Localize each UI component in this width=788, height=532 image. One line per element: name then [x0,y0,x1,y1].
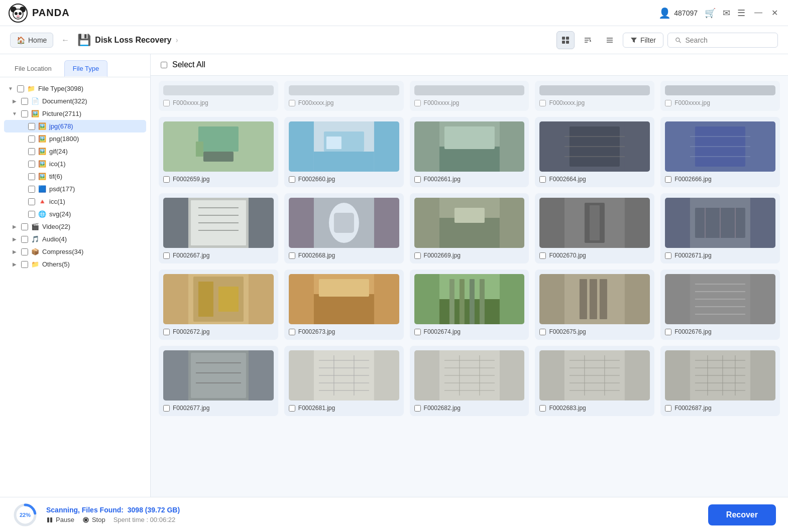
file-checkbox[interactable] [539,100,546,106]
file-checkbox[interactable] [665,176,671,183]
file-checkbox[interactable] [414,176,421,183]
checkbox-gif[interactable] [28,148,35,155]
file-card[interactable]: F000xxxx.jpg [410,81,529,111]
close-button[interactable]: ✕ [769,6,780,20]
cart-icon[interactable]: 🛒 [705,8,716,19]
checkbox-audio[interactable] [21,236,28,243]
file-card[interactable]: F0002659.jpg [159,117,278,187]
sidebar-item-picture[interactable]: ▼ 🖼️ Picture(2711) [4,107,146,120]
file-checkbox[interactable] [665,252,671,259]
file-checkbox[interactable] [539,329,546,335]
file-checkbox[interactable] [665,329,671,335]
sidebar-item-video[interactable]: ▶ 🎬 Video(22) [4,220,146,233]
file-card[interactable]: F000xxxx.jpg [159,81,278,111]
list-view-button[interactable] [601,31,619,49]
file-card[interactable]: F0002672.jpg [159,270,278,340]
file-card[interactable]: F0002681.jpg [284,346,404,416]
sidebar-item-tif[interactable]: 🖼️ tif(6) [4,170,146,183]
file-checkbox[interactable] [539,176,546,183]
file-checkbox[interactable] [289,176,295,183]
file-checkbox[interactable] [539,252,546,259]
nav-back-arrow[interactable]: ← [59,34,71,47]
select-all-label[interactable]: Select All [172,60,205,69]
checkbox-picture[interactable] [21,110,28,117]
checkbox-others[interactable] [21,261,28,268]
checkbox-document[interactable] [21,98,28,105]
checkbox-jpg[interactable] [28,123,35,130]
file-card[interactable]: F0002673.jpg [284,270,404,340]
file-checkbox[interactable] [665,405,671,412]
file-checkbox[interactable] [289,329,295,335]
sidebar-item-psd[interactable]: 🟦 psd(177) [4,183,146,195]
checkbox-ico[interactable] [28,161,35,168]
recover-button[interactable]: Recover [708,504,776,525]
checkbox-compress[interactable] [21,248,28,255]
checkbox-psd[interactable] [28,186,35,193]
file-checkbox[interactable] [163,329,170,335]
file-card[interactable]: F0002668.jpg [284,193,404,263]
file-card[interactable]: F000xxxx.jpg [660,81,780,111]
search-box[interactable] [667,33,778,48]
file-checkbox[interactable] [289,405,295,412]
file-card[interactable]: F0002670.jpg [535,193,654,263]
filter-button[interactable]: Filter [623,33,663,48]
file-card[interactable]: F0002677.jpg [159,346,278,416]
file-checkbox[interactable] [665,100,671,106]
file-checkbox[interactable] [163,100,170,106]
file-card[interactable]: F0002660.jpg [284,117,404,187]
file-card[interactable]: F0002661.jpg [410,117,529,187]
sidebar-item-document[interactable]: ▶ 📄 Document(322) [4,95,146,107]
sidebar-item-audio[interactable]: ▶ 🎵 Audio(4) [4,233,146,245]
file-card[interactable]: F0002669.jpg [410,193,529,263]
sidebar-item-jpg[interactable]: 🖼️ jpg(678) [4,120,146,132]
checkbox-svg[interactable] [28,211,35,218]
file-checkbox[interactable] [414,252,421,259]
mail-icon[interactable]: ✉ [723,8,730,19]
pause-button[interactable]: Pause [46,516,74,523]
menu-icon[interactable]: ☰ [737,8,745,19]
file-card[interactable]: F0002671.jpg [660,193,780,263]
file-card[interactable]: F0002664.jpg [535,117,654,187]
file-checkbox[interactable] [539,405,546,412]
file-checkbox[interactable] [163,405,170,412]
sort-view-button[interactable] [579,31,597,49]
checkbox-file-type[interactable] [17,85,24,92]
file-card[interactable]: F0002675.jpg [535,270,654,340]
file-card[interactable]: F0002666.jpg [660,117,780,187]
file-card[interactable]: F0002682.jpg [410,346,529,416]
grid-view-button[interactable] [556,31,575,49]
file-card[interactable]: F000xxxx.jpg [535,81,654,111]
tab-file-location[interactable]: File Location [6,60,60,77]
stop-button[interactable]: Stop [82,516,105,523]
checkbox-video[interactable] [21,223,28,230]
file-checkbox[interactable] [163,176,170,183]
sidebar-item-icc[interactable]: 🔺 icc(1) [4,195,146,208]
file-checkbox[interactable] [289,252,295,259]
file-checkbox[interactable] [414,405,421,412]
file-card[interactable]: F0002676.jpg [660,270,780,340]
file-card[interactable]: F000xxxx.jpg [284,81,404,111]
checkbox-tif[interactable] [28,173,35,180]
minimize-button[interactable]: — [752,6,764,20]
file-checkbox[interactable] [163,252,170,259]
sidebar-item-compress[interactable]: ▶ 📦 Compress(34) [4,245,146,258]
file-card[interactable]: F0002683.jpg [535,346,654,416]
select-all-checkbox[interactable] [161,62,167,68]
file-checkbox[interactable] [414,329,421,335]
checkbox-icc[interactable] [28,198,35,205]
sidebar-item-others[interactable]: ▶ 📁 Others(5) [4,258,146,271]
tab-file-type[interactable]: File Type [64,60,108,77]
file-card[interactable]: F0002667.jpg [159,193,278,263]
sidebar-item-gif[interactable]: 🖼️ gif(24) [4,145,146,158]
file-checkbox[interactable] [414,100,421,106]
checkbox-png[interactable] [28,136,35,143]
file-card[interactable]: F0002674.jpg [410,270,529,340]
sidebar-item-png[interactable]: 🖼️ png(1800) [4,132,146,145]
sidebar-item-ico[interactable]: 🖼️ ico(1) [4,158,146,170]
search-input[interactable] [685,36,770,44]
sidebar-item-svg[interactable]: 🌐 svg(24) [4,208,146,220]
file-checkbox[interactable] [289,100,295,106]
home-button[interactable]: 🏠 Home [10,33,53,48]
sidebar-item-file-type[interactable]: ▼ 📁 File Type(3098) [4,82,146,95]
file-card[interactable]: F0002687.jpg [660,346,780,416]
